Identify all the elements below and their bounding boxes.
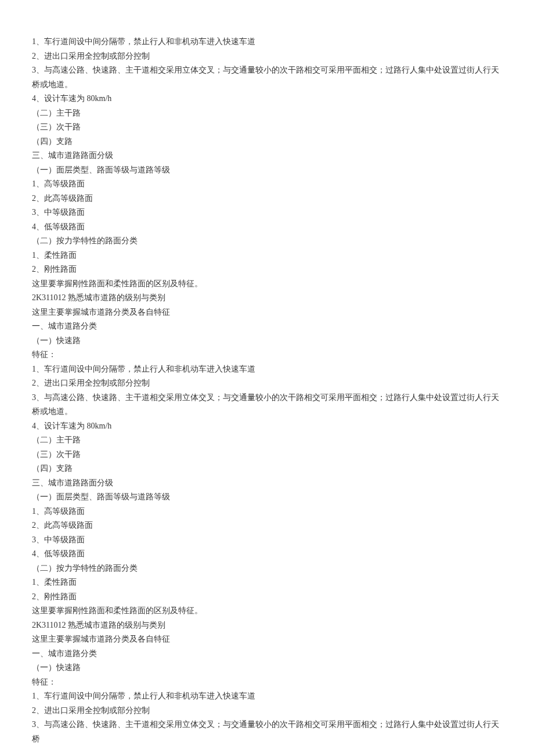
text-line: 这里要掌握刚性路面和柔性路面的区别及特征。 [32, 277, 502, 291]
text-line: 这里要掌握刚性路面和柔性路面的区别及特征。 [32, 604, 502, 618]
text-line: （一）面层类型、路面等级与道路等级 [32, 490, 502, 505]
text-line: 2K311012 熟悉城市道路的级别与类别 [32, 291, 502, 305]
text-line: 4、低等级路面 [32, 220, 502, 235]
text-line: 3、中等级路面 [32, 533, 502, 548]
text-line: 1、高等级路面 [32, 505, 502, 519]
text-line: 3、中等级路面 [32, 206, 502, 220]
text-line: 3、与高速公路、快速路、主干道相交采用立体交叉；与交通量较小的次干路相交可采用平… [32, 63, 502, 92]
text-line: （三）次干路 [32, 120, 502, 135]
text-line: （二）主干路 [32, 433, 502, 448]
text-line: 2K311012 熟悉城市道路的级别与类别 [32, 618, 502, 633]
text-line: 三、城市道路路面分级 [32, 476, 502, 491]
text-line: （一）快速路 [32, 334, 502, 348]
text-line: 2、进出口采用全控制或部分控制 [32, 376, 502, 391]
text-line: 4、设计车速为 80km/h [32, 419, 502, 434]
text-line: 1、车行道间设中间分隔带，禁止行人和非机动车进入快速车道 [32, 362, 502, 377]
text-line: 2、此高等级路面 [32, 519, 502, 533]
text-line: 特征： [32, 348, 502, 362]
text-line: （二）主干路 [32, 106, 502, 121]
text-line: 2、此高等级路面 [32, 192, 502, 206]
text-line: 1、高等级路面 [32, 177, 502, 192]
text-line: 三、城市道路路面分级 [32, 149, 502, 163]
text-line: 4、低等级路面 [32, 547, 502, 561]
text-line: 1、车行道间设中间分隔带，禁止行人和非机动车进入快速车道 [32, 689, 502, 704]
document-body: 1、车行道间设中间分隔带，禁止行人和非机动车进入快速车道 2、进出口采用全控制或… [32, 35, 502, 746]
text-line: （三）次干路 [32, 448, 502, 462]
text-line: 这里主要掌握城市道路分类及各自特征 [32, 305, 502, 320]
text-line: 3、与高速公路、快速路、主干道相交采用立体交叉；与交通量较小的次干路相交可采用平… [32, 391, 502, 419]
text-line: （二）按力学特性的路面分类 [32, 234, 502, 249]
text-line: 2、进出口采用全控制或部分控制 [32, 49, 502, 64]
text-line: （二）按力学特性的路面分类 [32, 561, 502, 576]
text-line: 这里主要掌握城市道路分类及各自特征 [32, 632, 502, 647]
text-line: 1、柔性路面 [32, 575, 502, 590]
text-line: 一、城市道路分类 [32, 319, 502, 334]
text-line: （一）面层类型、路面等级与道路等级 [32, 163, 502, 178]
text-line: （四）支路 [32, 135, 502, 149]
text-line: （四）支路 [32, 462, 502, 476]
text-line: 1、柔性路面 [32, 249, 502, 263]
text-line: 一、城市道路分类 [32, 647, 502, 661]
text-line: 特征： [32, 675, 502, 690]
text-line: 4、设计车速为 80km/h [32, 92, 502, 106]
text-line: 2、刚性路面 [32, 262, 502, 277]
text-line: 2、刚性路面 [32, 590, 502, 604]
text-line: 2、进出口采用全控制或部分控制 [32, 704, 502, 718]
text-line: 1、车行道间设中间分隔带，禁止行人和非机动车进入快速车道 [32, 35, 502, 49]
text-line: （一）快速路 [32, 661, 502, 675]
text-line: 3、与高速公路、快速路、主干道相交采用立体交叉；与交通量较小的次干路相交可采用平… [32, 718, 502, 746]
